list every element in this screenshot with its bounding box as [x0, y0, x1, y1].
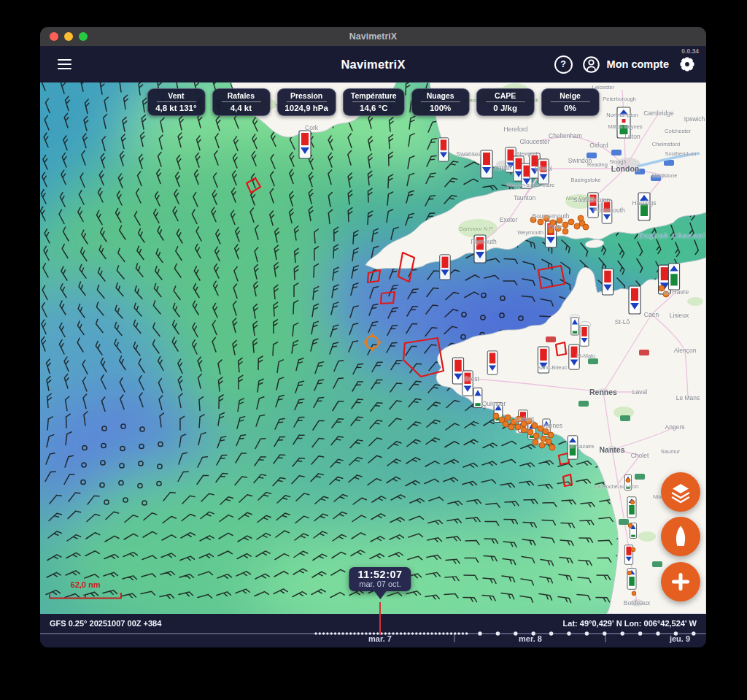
boat-fab-button[interactable]	[661, 517, 700, 556]
app-header: NavimetriX ? Mon compte	[40, 46, 706, 82]
chip-value: 1024,9 hPa	[285, 104, 328, 112]
time-cursor-line	[379, 602, 381, 614]
chip-wind[interactable]: Vent 4,8 kt 131°	[147, 88, 205, 116]
account-label[interactable]: Mon compte	[607, 58, 669, 70]
current-time: 11:52:07	[357, 569, 402, 580]
model-run-label: GFS 0.25° 20251007 00Z +384	[50, 619, 161, 628]
chip-value: 4,4 kt	[220, 104, 262, 112]
map-scale-bar: 62,0 nm	[49, 580, 122, 602]
chip-gusts[interactable]: Rafales 4,4 kt	[212, 88, 270, 116]
station-marker	[473, 388, 482, 408]
chip-label: Nuages	[419, 91, 462, 100]
chip-value: 14,6 °C	[351, 104, 397, 112]
station-marker	[571, 318, 578, 335]
station-marker	[538, 159, 549, 184]
chip-value: 0 J/kg	[484, 104, 527, 112]
chip-value: 0%	[549, 104, 592, 112]
layers-icon	[668, 480, 693, 504]
scale-label: 62,0 nm	[49, 580, 122, 589]
station-marker	[668, 264, 679, 290]
station-marker	[474, 235, 486, 263]
station-marker	[602, 200, 612, 223]
chip-temperature[interactable]: Température 14,6 °C	[343, 88, 405, 116]
chip-label: Pression	[285, 91, 328, 100]
station-marker	[462, 371, 473, 396]
station-marker	[569, 345, 579, 369]
plus-icon	[670, 571, 692, 593]
station-marker	[481, 150, 492, 178]
station-marker	[440, 255, 450, 280]
layers-fab-button[interactable]	[661, 472, 700, 512]
station-marker	[299, 131, 311, 158]
chip-value: 100%	[419, 104, 462, 112]
chip-snow[interactable]: Neige 0%	[541, 88, 600, 116]
weather-chip-row: Vent 4,8 kt 131° Rafales 4,4 kt Pression…	[147, 88, 599, 116]
add-fab-button[interactable]	[661, 562, 700, 601]
help-glyph: ?	[560, 59, 566, 69]
station-marker	[588, 193, 598, 218]
day-label-thu[interactable]: jeu. 9	[670, 634, 690, 643]
map-canvas	[40, 82, 706, 614]
chip-label: Vent	[155, 91, 197, 100]
timeline-bar: GFS 0.25° 20251007 00Z +384 Lat: 49°0,42…	[40, 614, 706, 647]
station-marker	[629, 286, 640, 314]
weather-map[interactable]: TraleeCorkLeicesterPeterboroughNorthampt…	[40, 82, 706, 614]
timeline-cursor[interactable]	[379, 614, 381, 635]
chip-value: 4,8 kt 131°	[155, 104, 197, 112]
chip-cape[interactable]: CAPE 0 J/kg	[476, 88, 535, 116]
station-marker	[538, 347, 549, 373]
account-icon[interactable]	[582, 55, 600, 74]
macos-titlebar: NavimetriX	[40, 27, 706, 46]
chip-pressure[interactable]: Pression 1024,9 hPa	[276, 88, 336, 116]
station-marker	[438, 138, 449, 161]
station-marker	[617, 107, 630, 138]
coordinates-label: Lat: 49°0,429' N Lon: 006°42,524' W	[563, 619, 697, 628]
day-label-wed[interactable]: mer. 8	[519, 634, 542, 643]
chip-clouds[interactable]: Nuages 100%	[411, 88, 470, 116]
chip-label: Neige	[549, 91, 592, 100]
boat-icon	[668, 524, 693, 549]
help-icon[interactable]: ?	[554, 55, 573, 74]
station-marker	[568, 436, 578, 459]
station-marker	[487, 351, 498, 374]
chip-label: Température	[351, 91, 397, 100]
app-window: NavimetriX NavimetriX ? Mon compte	[40, 27, 706, 647]
chip-label: CAPE	[484, 91, 527, 100]
time-bubble[interactable]: 11:52:07 mar. 07 oct.	[349, 567, 411, 591]
window-title: NavimetriX	[40, 31, 706, 42]
station-marker	[638, 193, 650, 220]
settings-gear-icon[interactable]	[678, 55, 696, 73]
current-date: mar. 07 oct.	[357, 580, 402, 588]
chip-label: Rafales	[220, 91, 262, 100]
station-marker	[580, 326, 589, 347]
station-marker	[602, 269, 613, 295]
version-label: 0.0.34	[681, 47, 699, 55]
day-label-tue[interactable]: mar. 7	[368, 634, 392, 643]
bubble-tail	[374, 591, 387, 599]
menu-icon[interactable]	[55, 56, 74, 73]
